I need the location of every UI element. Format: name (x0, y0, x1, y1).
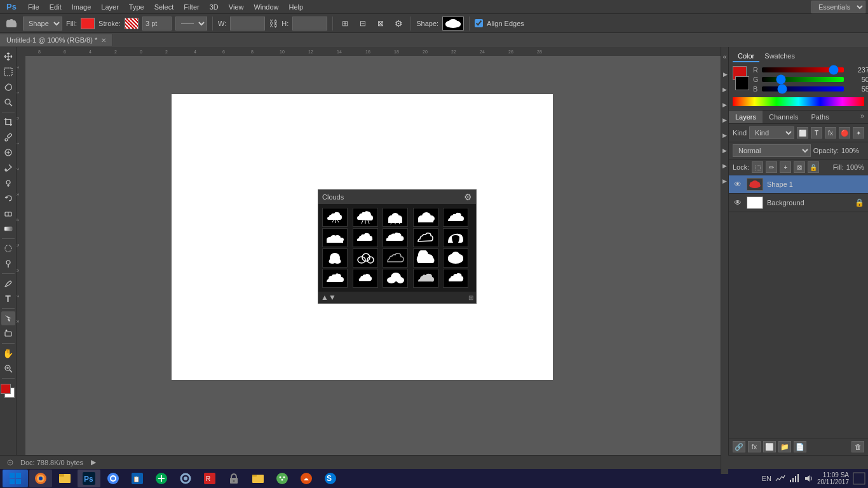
shape-mode-dropdown[interactable]: Shape Path Pixels (23, 17, 62, 30)
cloud-shape-12[interactable] (353, 248, 378, 268)
taskbar-lock[interactable] (222, 470, 245, 487)
blur-tool[interactable] (1, 241, 15, 255)
taskbar-folder2[interactable] (247, 470, 269, 487)
stroke-type-dropdown[interactable]: ────── (175, 17, 207, 30)
filter-smart-icon[interactable]: ✦ (853, 127, 864, 139)
shape-preview[interactable] (442, 17, 464, 30)
height-input[interactable] (292, 17, 327, 30)
fg-bg-colors[interactable] (0, 383, 17, 400)
tool-icon[interactable] (4, 16, 19, 31)
cloud-shape-15[interactable] (443, 248, 468, 268)
cloud-shape-7[interactable] (353, 228, 378, 247)
cloud-shape-11[interactable] (322, 248, 348, 268)
healing-tool[interactable] (1, 146, 15, 159)
cloud-shape-13[interactable] (383, 248, 408, 268)
tab-channels[interactable]: Channels (763, 111, 804, 123)
status-zoom-out[interactable] (5, 458, 15, 468)
taskbar-dice[interactable] (271, 470, 294, 487)
menu-type[interactable]: Type (124, 2, 149, 12)
stroke-color-swatch[interactable] (125, 18, 139, 29)
taskbar-explorer[interactable] (53, 470, 76, 487)
cloud-shape-14[interactable] (413, 248, 438, 268)
tab-swatches[interactable]: Swatches (759, 51, 800, 62)
path-selection-tool[interactable] (1, 311, 15, 325)
cloud-shape-16[interactable] (322, 269, 348, 288)
align-btn[interactable]: ⊟ (356, 17, 370, 30)
lock-all-btn[interactable]: 🔒 (808, 161, 819, 173)
bg-color-preview[interactable] (735, 76, 749, 90)
menu-window[interactable]: Window (248, 2, 283, 12)
menu-image[interactable]: Image (67, 2, 97, 12)
add-effect-btn[interactable]: fx (748, 441, 761, 452)
workspace-dropdown[interactable]: Essentials (811, 1, 865, 13)
brush-tool[interactable] (1, 161, 15, 175)
link-layers-btn[interactable]: 🔗 (733, 441, 745, 452)
cloud-shape-19[interactable] (413, 269, 438, 288)
width-input[interactable] (230, 17, 265, 30)
cloud-shape-8[interactable] (383, 228, 408, 247)
taskbar-red-app[interactable]: R (198, 470, 221, 487)
taskbar-app2[interactable]: 📋 (126, 470, 149, 487)
hand-tool[interactable]: ✋ (1, 346, 15, 360)
history-brush-tool[interactable] (1, 191, 15, 205)
taskbar-photoshop[interactable]: Ps (78, 470, 100, 487)
layer-eye-shape1[interactable]: 👁 (733, 179, 743, 189)
stamp-tool[interactable] (1, 176, 15, 190)
arrange-btn[interactable]: ⊠ (374, 17, 388, 30)
taskbar-firefox[interactable] (29, 470, 52, 487)
blend-mode-dropdown[interactable]: Normal Multiply Screen (733, 144, 811, 157)
lock-transparent-btn[interactable]: ⬚ (752, 161, 763, 173)
menu-help[interactable]: Help (284, 2, 309, 12)
lasso-tool[interactable] (1, 80, 15, 94)
menu-edit[interactable]: Edit (44, 2, 67, 12)
canvas-area[interactable]: 8642 0246 8101214 16182022 242628 2 1 0 … (17, 47, 728, 455)
eraser-tool[interactable] (1, 207, 15, 220)
strip-icon-2[interactable]: ▶ (722, 84, 728, 95)
b-slider[interactable] (762, 86, 844, 92)
cloud-shape-3[interactable] (383, 208, 408, 227)
create-group-btn[interactable]: 📁 (778, 441, 791, 452)
status-arrow-btn[interactable]: ▶ (88, 458, 98, 468)
settings-btn[interactable]: ⚙ (391, 17, 405, 30)
picker-scroll-up[interactable]: ▲ (321, 293, 329, 302)
layer-row-background[interactable]: 👁 Background 🔒 (729, 194, 868, 212)
shape-picker-header[interactable]: Clouds ⚙ (318, 190, 476, 204)
fill-color-swatch[interactable] (81, 18, 95, 29)
cloud-shape-10[interactable] (443, 228, 468, 247)
gradient-tool[interactable] (1, 222, 15, 236)
color-spectrum[interactable] (733, 97, 864, 106)
strip-icon-7[interactable]: ▶ (722, 160, 728, 172)
layer-row-shape1[interactable]: 👁 Shape 1 (729, 175, 868, 194)
dodge-tool[interactable] (1, 257, 15, 271)
menu-select[interactable]: Select (149, 2, 179, 12)
eyedropper-tool[interactable] (1, 130, 15, 144)
menu-view[interactable]: View (224, 2, 249, 12)
cloud-shape-6[interactable] (322, 228, 348, 247)
cloud-shape-4[interactable] (413, 208, 438, 227)
add-mask-btn[interactable]: ⬜ (763, 441, 776, 452)
strip-icon-5[interactable]: ▶ (722, 130, 728, 141)
selection-tool[interactable] (1, 65, 15, 79)
cloud-shape-1[interactable] (322, 208, 348, 227)
lock-position-btn[interactable]: + (780, 161, 791, 173)
menu-filter[interactable]: Filter (179, 2, 204, 12)
pen-tool[interactable] (1, 276, 15, 290)
strip-icon-3[interactable]: ▶ (722, 99, 728, 111)
path-ops-btn[interactable]: ⊞ (338, 17, 352, 30)
panel-collapse-btn[interactable]: « (721, 47, 728, 66)
canvas-content[interactable]: Clouds ⚙ (25, 56, 728, 455)
zoom-tool[interactable] (1, 362, 15, 376)
delete-layer-btn[interactable]: 🗑 (851, 441, 864, 452)
document-tab-close[interactable]: ✕ (101, 37, 106, 44)
cloud-shape-9[interactable] (413, 228, 438, 247)
strip-icon-6[interactable]: ▶ (722, 145, 728, 156)
quick-select-tool[interactable] (1, 95, 15, 109)
filter-text-icon[interactable]: T (811, 127, 822, 139)
shape-picker-settings-icon[interactable]: ⚙ (464, 192, 472, 202)
layers-panel-expand[interactable]: » (857, 111, 868, 123)
move-tool[interactable] (1, 50, 15, 64)
tab-layers[interactable]: Layers (729, 111, 763, 123)
crop-tool[interactable] (1, 115, 15, 129)
strip-icon-1[interactable]: ▶ (722, 69, 728, 80)
filter-color-icon[interactable]: 🔴 (839, 127, 850, 139)
